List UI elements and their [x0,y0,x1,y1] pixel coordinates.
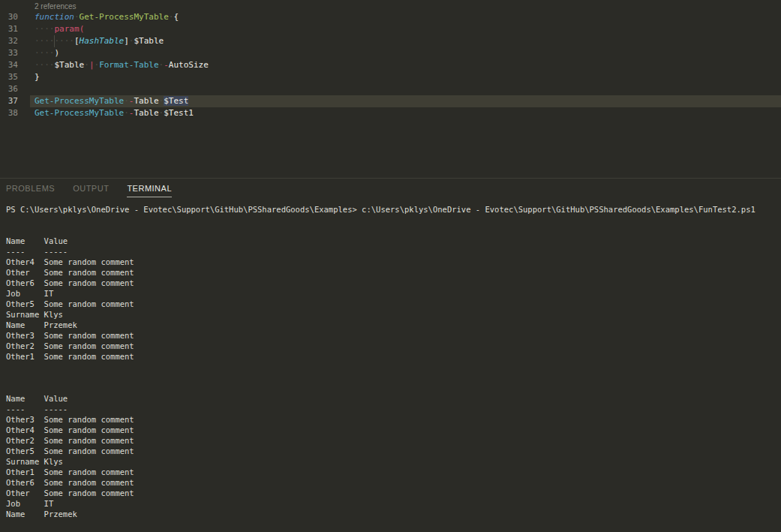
code-text: } [30,71,781,83]
terminal-line: Other2 Some random comment [6,435,781,446]
code-token: Table [134,108,158,118]
terminal-line: Name Przemek [6,320,781,330]
code-token: HashTable [80,36,125,46]
code-text: ····param( [30,23,781,35]
code-text: ····) [30,47,781,59]
terminal-line: Surname Klys [6,456,781,467]
terminal-line: Other5 Some random comment [6,299,781,309]
code-line-36[interactable]: 36 [0,83,781,95]
code-token: ) [55,48,60,58]
terminal-line: Surname Klys [6,309,781,320]
code-line-30[interactable]: 30function·Get-ProcessMyTable·{ [0,11,781,23]
terminal-output[interactable]: PS C:\Users\pklys\OneDrive - Evotec\Supp… [0,201,781,519]
line-number: 38 [0,107,18,119]
code-token: · [74,12,80,22]
code-token: | [89,60,95,70]
code-token: { [173,12,179,22]
terminal-line [6,372,781,383]
code-token: - [164,60,169,70]
panel-tab-terminal[interactable]: TERMINAL [127,184,172,197]
code-text: function·Get-ProcessMyTable·{ [30,11,781,23]
panel-tab-bar: PROBLEMSOUTPUTTERMINAL [0,179,781,201]
panel-tab-output[interactable]: OUTPUT [73,184,109,197]
terminal-line: Other Some random comment [6,267,781,278]
code-token: Get-ProcessMyTable [80,12,169,22]
indent-guide [54,35,55,47]
line-number: 35 [0,71,18,83]
code-token: ] [124,36,129,46]
terminal-line: Other3 Some random comment [6,330,781,341]
terminal-line: Other3 Some random comment [6,414,781,425]
code-token: Get-ProcessMyTable [35,96,124,106]
terminal-line: Other5 Some random comment [6,446,781,456]
terminal-line: Name Value [6,393,781,404]
code-text: ········[HashTable]·$Table [30,35,781,47]
terminal-line: Other1 Some random comment [6,351,781,362]
code-line-33[interactable]: 33····) [0,47,781,59]
terminal-line: Name Value [6,236,781,246]
code-text: Get-ProcessMyTable·-Table·$Test1 [30,107,781,119]
selected-token: $Test [164,96,188,106]
line-number: 31 [0,23,18,35]
code-token: · [124,108,129,118]
terminal-line: Job IT [6,498,781,509]
code-token: param [55,24,80,34]
terminal-line: PS C:\Users\pklys\OneDrive - Evotec\Supp… [6,204,781,215]
code-lines: 30function·Get-ProcessMyTable·{31····par… [0,11,781,119]
code-token: Format-Table [99,60,158,70]
code-line-35[interactable]: 35} [0,71,781,83]
code-token: ···· [35,60,55,70]
line-number: 30 [0,11,18,23]
terminal-line [6,362,781,372]
code-token: ···· [35,24,55,34]
code-text [30,83,781,95]
bottom-panel: PROBLEMSOUTPUTTERMINAL PS C:\Users\pklys… [0,178,781,532]
code-token: function [35,12,74,22]
codelens-references-link[interactable]: 2 references [0,0,781,11]
terminal-line [6,225,781,236]
code-token: · [84,60,89,70]
terminal-line: Other6 Some random comment [6,477,781,488]
code-token: } [35,72,40,82]
code-token: $Test1 [164,108,194,118]
code-line-31[interactable]: 31····param( [0,23,781,35]
panel-tab-problems[interactable]: PROBLEMS [6,184,55,197]
code-token: ···· [35,48,55,58]
terminal-line: Other4 Some random comment [6,257,781,267]
code-text: Get-ProcessMyTable·-Table·$Test [30,95,781,107]
terminal-line: ---- ----- [6,246,781,257]
terminal-line: Other2 Some random comment [6,341,781,351]
code-token: AutoSize [169,60,209,70]
code-token: · [124,96,129,106]
code-line-32[interactable]: 32········[HashTable]·$Table [0,35,781,47]
terminal-line: Name Przemek [6,509,781,519]
terminal-line [6,383,781,393]
line-number: 36 [0,83,18,95]
terminal-line: ---- ----- [6,404,781,414]
line-number: 33 [0,47,18,59]
code-line-38[interactable]: 38Get-ProcessMyTable·-Table·$Test1 [0,107,781,119]
code-token: ( [80,24,85,34]
line-number: 32 [0,35,18,47]
code-editor[interactable]: 2 references 30function·Get-ProcessMyTab… [0,0,781,178]
terminal-line: Other1 Some random comment [6,467,781,477]
code-token: Table [134,96,158,106]
line-number: 34 [0,59,18,71]
terminal-line [6,215,781,225]
code-token: $Table [55,60,85,70]
code-token: Get-ProcessMyTable [35,108,124,118]
code-text: ····$Table·|·Format-Table·-AutoSize [30,59,781,71]
terminal-line: Other4 Some random comment [6,425,781,435]
terminal-line: Job IT [6,288,781,299]
code-line-37[interactable]: 37Get-ProcessMyTable·-Table·$Test [0,95,781,107]
code-line-34[interactable]: 34····$Table·|·Format-Table·-AutoSize [0,59,781,71]
line-number: 37 [0,95,18,107]
code-token: [ [74,36,80,46]
terminal-line: Other Some random comment [6,488,781,498]
code-token: $Table [134,36,164,46]
terminal-line: Other6 Some random comment [6,278,781,288]
